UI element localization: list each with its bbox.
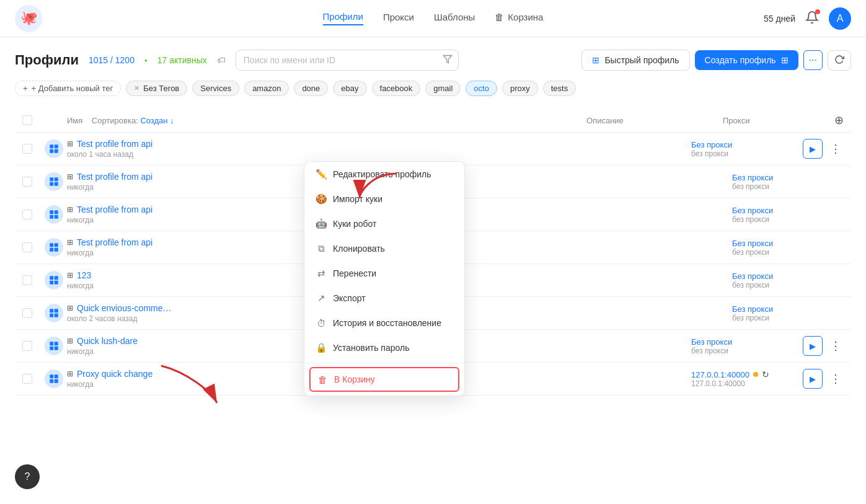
menu-edit-profile[interactable]: ✏️ Редактировать профиль [304,162,464,187]
basket-icon: 🗑 [495,12,504,22]
svg-rect-28 [55,342,58,345]
windows-small-icon: ⊞ [67,369,73,378]
tag-tests[interactable]: tests [543,81,576,96]
tag-no-tags[interactable]: ✕ Без Тегов [126,81,187,96]
menu-import-cookies[interactable]: 🍪 Импорт куки [304,187,464,211]
menu-set-password[interactable]: 🔒 Установить пароль [304,335,464,360]
transfer-icon: ⇄ [316,268,327,279]
create-profile-button[interactable]: Создать профиль ⊞ [695,50,798,70]
menu-clone[interactable]: ⧉ Клонировать [304,236,464,261]
svg-rect-32 [55,374,58,378]
menu-trash[interactable]: 🗑 В Корзину [309,367,459,392]
svg-rect-20 [55,276,58,280]
tag-ebay[interactable]: ebay [333,81,366,96]
page-header: Профили 1015 / 1200 ● 17 активных 🏷 ⊞ Бы… [15,50,851,71]
days-badge: 55 дней [764,14,795,24]
svg-rect-9 [50,182,53,186]
tag-facebook[interactable]: facebook [372,81,421,96]
context-menu: ✏️ Редактировать профиль 🍪 Импорт куки 🤖… [304,161,465,396]
tag-gmail[interactable]: gmail [425,81,461,96]
row-avatar [45,337,63,355]
svg-rect-29 [50,347,53,350]
svg-rect-3 [50,144,53,148]
windows-small-icon: ⊞ [67,304,73,312]
svg-rect-17 [50,248,53,252]
tag-octo[interactable]: octo [466,81,497,96]
cookie-icon: 🍪 [316,193,327,205]
tag-done[interactable]: done [294,81,328,96]
svg-rect-26 [55,314,58,317]
nav-basket[interactable]: 🗑 Корзина [495,12,543,25]
more-button[interactable]: ⋮ [828,142,844,156]
lock-icon: 🔒 [316,342,327,353]
sort-link[interactable]: Создан ↓ [140,116,174,125]
windows-small-icon: ⊞ [67,172,73,181]
row-checkbox[interactable] [22,242,45,252]
row-checkbox[interactable] [22,341,45,351]
menu-export[interactable]: ↗ Экспорт [304,286,464,311]
notification-dot [815,9,820,14]
more-options-button[interactable]: ··· [803,50,823,70]
proxy-refresh-icon[interactable]: ↻ [762,369,769,379]
windows-small-icon: ⊞ [67,139,73,148]
search-input[interactable] [236,50,459,71]
header: 🐙 Профили Прокси Шаблоны 🗑 Корзина 55 дн… [0,0,866,37]
play-button[interactable]: ▶ [803,369,823,389]
tag-services[interactable]: Services [192,81,239,96]
svg-rect-33 [50,379,53,383]
svg-rect-34 [55,379,58,383]
tag-icon[interactable]: 🏷 [217,55,226,65]
row-proxy: 127.0.0.1:40000 ↻ 127.0.0.1:40000 [691,369,803,388]
user-avatar[interactable]: A [829,7,851,30]
windows-small-icon: ⊞ [67,337,73,345]
tag-proxy[interactable]: proxy [502,81,538,96]
trash-icon: 🗑 [317,374,328,385]
svg-rect-24 [55,309,58,312]
svg-rect-19 [50,276,53,280]
row-checkbox[interactable] [22,177,45,187]
row-actions: ▶ ⋮ [803,369,844,389]
row-proxy: Без прокси без прокси [691,140,803,158]
svg-rect-7 [50,177,53,181]
row-avatar [45,304,63,322]
row-actions: ▶ ⋮ [803,336,844,356]
profile-name[interactable]: ⊞ Test profile from api [67,139,555,149]
svg-rect-23 [50,309,53,312]
history-icon: ⏱ [316,317,327,329]
nav-profiles[interactable]: Профили [323,11,363,25]
add-tag-button[interactable]: + + Добавить новый тег [15,81,121,96]
refresh-button[interactable] [828,50,851,71]
col-proxy-header: Прокси [723,116,834,125]
menu-history[interactable]: ⏱ История и восстановление [304,311,464,335]
svg-rect-18 [55,248,58,252]
more-button[interactable]: ⋮ [828,372,844,386]
nav-proxy[interactable]: Прокси [383,12,414,25]
logo[interactable]: 🐙 [15,5,42,32]
row-avatar [45,205,63,224]
windows-icon-create: ⊞ [781,55,789,65]
select-all-checkbox[interactable] [22,115,45,125]
row-checkbox[interactable] [22,308,45,318]
row-checkbox[interactable] [22,374,45,384]
row-proxy: Без прокси без прокси [732,206,844,224]
add-column-button[interactable]: ⊕ [834,113,844,127]
filter-icon[interactable] [443,55,453,66]
svg-rect-11 [50,210,53,214]
row-checkbox[interactable] [22,275,45,285]
menu-transfer[interactable]: ⇄ Перенести [304,261,464,286]
row-checkbox[interactable] [22,210,45,219]
quick-profile-button[interactable]: ⊞ Быстрый профиль [581,50,689,71]
svg-rect-6 [55,149,58,153]
bell-button[interactable] [805,11,819,26]
tags-row: + + Добавить новый тег ✕ Без Тегов Servi… [15,81,851,96]
row-proxy: Без прокси без прокси [732,304,844,322]
nav-templates[interactable]: Шаблоны [434,12,475,25]
svg-rect-21 [50,281,53,285]
play-button[interactable]: ▶ [803,139,823,159]
play-button[interactable]: ▶ [803,336,823,356]
menu-robot-cookies[interactable]: 🤖 Куки робот [304,211,464,236]
tag-amazon[interactable]: amazon [244,81,289,96]
more-button[interactable]: ⋮ [828,339,844,353]
row-checkbox[interactable] [22,144,45,154]
row-proxy: Без прокси без прокси [732,272,844,290]
